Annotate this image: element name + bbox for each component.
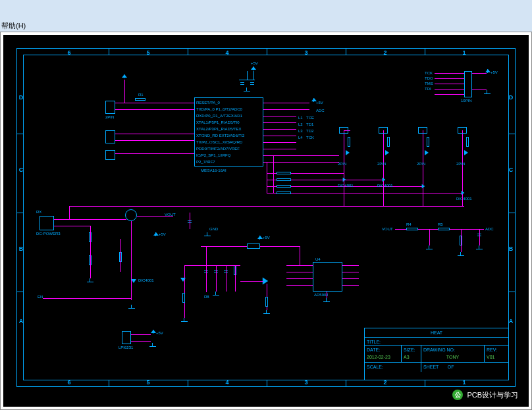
- conn-2pin[interactable]: [105, 130, 115, 143]
- capacitor[interactable]: [240, 81, 244, 86]
- wire: [69, 206, 70, 219]
- led-icon[interactable]: [425, 150, 429, 155]
- conn-2pin[interactable]: [379, 127, 388, 134]
- wire: [69, 206, 464, 207]
- watermark-text: PCB设计与学习: [467, 390, 518, 400]
- pin-label: IC/P2_SP1_1/IRFQ: [196, 153, 230, 157]
- wire: [273, 155, 274, 193]
- wire: [462, 196, 463, 206]
- border-tick: [109, 380, 109, 387]
- diode-icon[interactable]: [180, 278, 186, 282]
- schematic-canvas[interactable]: 6 5 4 3 2 1 6 5 4 3 2 1 D C B A D C B A …: [3, 35, 529, 407]
- border-tick: [188, 48, 188, 55]
- project-name: HEAT: [365, 328, 508, 337]
- net-label: ADC: [485, 227, 494, 231]
- diode-icon[interactable]: [131, 279, 136, 283]
- resistor[interactable]: [348, 137, 350, 147]
- transistor[interactable]: [383, 178, 386, 182]
- wire: [131, 341, 151, 342]
- wire: [286, 278, 313, 279]
- conn-2pin[interactable]: [339, 127, 348, 134]
- resistor[interactable]: [427, 137, 429, 147]
- resistor[interactable]: [466, 137, 469, 147]
- resistor[interactable]: [277, 185, 291, 188]
- net-label: TDI: [425, 87, 431, 91]
- wire: [342, 265, 359, 266]
- gnd-symbol: [484, 90, 491, 97]
- ref: R5: [438, 222, 443, 226]
- wire: [115, 153, 194, 154]
- led-icon[interactable]: [385, 150, 389, 155]
- conn-2pin[interactable]: [458, 127, 467, 134]
- power-symbol: [257, 236, 263, 241]
- pin-label: P2_7/IRF7: [196, 160, 215, 164]
- row-label: D: [18, 94, 24, 101]
- gnd-symbol: [149, 343, 156, 349]
- resistor[interactable]: [438, 228, 450, 230]
- col-label: 2: [379, 49, 392, 56]
- row-label: B: [508, 245, 514, 252]
- wire: [435, 89, 464, 90]
- mcu-ref: MEGA16-16AI: [201, 168, 226, 172]
- gnd-symbol: [204, 232, 211, 239]
- mosfet[interactable]: [125, 209, 137, 221]
- wire: [429, 229, 430, 245]
- inductor[interactable]: [247, 243, 260, 249]
- power-symbol: [122, 74, 127, 80]
- net-label: L2: [298, 122, 303, 126]
- wire: [216, 265, 217, 292]
- editor-frame: 6 5 4 3 2 1 6 5 4 3 2 1 D C B A D C B A …: [0, 32, 532, 410]
- power-symbol: [251, 66, 256, 72]
- resistor[interactable]: [277, 178, 291, 181]
- resistor[interactable]: [182, 293, 185, 303]
- ic-u4[interactable]: [313, 262, 342, 292]
- wire: [115, 103, 194, 103]
- led-icon[interactable]: [346, 150, 350, 155]
- power-symbol: [153, 232, 159, 238]
- border-tick: [188, 380, 188, 387]
- wire: [267, 162, 267, 193]
- menu-help[interactable]: 帮助(H): [1, 21, 26, 31]
- date-label: DATE:: [367, 346, 399, 353]
- row-label: C: [508, 167, 514, 173]
- title-block: HEAT TITLE: DATE: 2012-02-23 SIZE: A3 DR…: [364, 328, 509, 380]
- net-label: ADC: [316, 109, 325, 113]
- conn-label: DC-POWER3: [36, 232, 61, 236]
- ref: DIC4001: [456, 197, 472, 201]
- net-label: TCK: [425, 71, 433, 75]
- size-value: A3: [404, 353, 419, 361]
- pot[interactable]: [265, 297, 268, 307]
- wire: [115, 109, 194, 110]
- wire: [461, 229, 484, 230]
- conn-2pin[interactable]: [105, 150, 115, 160]
- resistor[interactable]: [406, 228, 418, 230]
- transistor[interactable]: [422, 184, 425, 188]
- resistor[interactable]: [277, 172, 291, 174]
- wire: [115, 140, 194, 141]
- conn-2pin[interactable]: [105, 101, 115, 114]
- wire: [291, 173, 344, 174]
- pin-label: XTGND_RD EXT2/AD6/TI2: [196, 134, 244, 138]
- resistor[interactable]: [387, 137, 390, 147]
- capacitor[interactable]: [250, 81, 254, 86]
- wire: [235, 265, 236, 292]
- wire: [286, 285, 313, 286]
- wire: [263, 129, 296, 130]
- wire: [247, 71, 248, 80]
- drawing-label: DRAWING NO:: [423, 346, 482, 353]
- conn-3pin[interactable]: [122, 331, 131, 344]
- resistor[interactable]: [277, 192, 291, 194]
- conn-10pin[interactable]: [464, 71, 472, 97]
- col-label: 6: [63, 379, 76, 386]
- transistor[interactable]: [462, 191, 465, 195]
- col-label: 5: [142, 379, 155, 386]
- led-icon[interactable]: [464, 150, 468, 155]
- conn-2pin[interactable]: [418, 127, 427, 134]
- ref: U4: [315, 257, 321, 261]
- resistor[interactable]: [135, 98, 146, 101]
- dc-power-conn[interactable]: [40, 216, 54, 230]
- conn-label: 10PIN: [461, 99, 472, 103]
- wire: [253, 71, 254, 80]
- row-label: B: [18, 245, 24, 252]
- ref: R1: [138, 93, 144, 97]
